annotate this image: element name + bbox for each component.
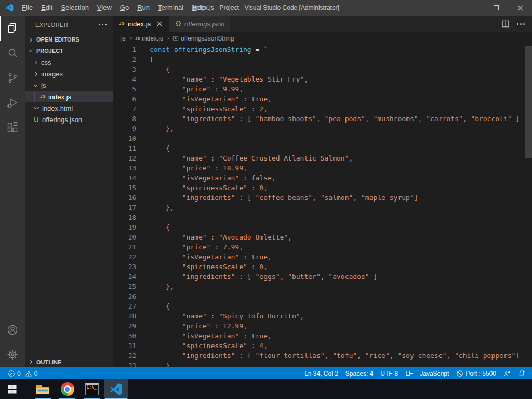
cursor-position[interactable]: Ln 34, Col 2	[301, 370, 342, 377]
menu-run[interactable]: Run	[133, 0, 154, 16]
line-number: 9	[113, 124, 136, 134]
code-line-29[interactable]: 29 "price" : 12.99,	[113, 321, 532, 331]
code-token: `	[263, 46, 268, 54]
code-line-33[interactable]: 33 }	[113, 361, 532, 367]
code-line-7[interactable]: 7 "spicinessScale" : 2,	[113, 104, 532, 114]
code-line-8[interactable]: 8 "ingredients" : [ "bamboo shoots", "pe…	[113, 114, 532, 124]
breadcrumb-label: js	[121, 35, 126, 42]
menu-go[interactable]: Go	[116, 0, 133, 16]
code-token: "ingredients" : [ "eggs", "butter", "avo…	[150, 273, 377, 281]
menu-terminal[interactable]: Terminal	[154, 0, 188, 16]
code-line-17[interactable]: 17 },	[113, 203, 532, 212]
breadcrumb-item-js[interactable]: js	[121, 35, 126, 42]
live-server-port[interactable]: Port : 5500	[453, 370, 500, 377]
settings-gear-icon[interactable]	[0, 342, 25, 367]
line-number: 10	[113, 134, 136, 143]
line-number: 23	[113, 262, 136, 272]
code-line-16[interactable]: 16 "ingredients" : [ "coffee beans", "sa…	[113, 193, 532, 203]
line-content: }	[150, 361, 170, 367]
language-mode[interactable]: JavaScript	[416, 370, 453, 377]
code-line-15[interactable]: 15 "spicinessScale" : 0,	[113, 183, 532, 193]
tree-item-index-html[interactable]: <>index.html	[25, 102, 113, 114]
code-line-4[interactable]: 4 "name" : "Vegetables Stir Fry",	[113, 74, 532, 84]
notifications-bell-icon[interactable]	[514, 370, 529, 377]
code-line-14[interactable]: 14 "isVegetarian" : false,	[113, 173, 532, 183]
open-editors-section[interactable]: OPEN EDITORS	[25, 34, 113, 45]
extensions-icon[interactable]	[0, 115, 25, 140]
breadcrumb-item-offeringsJsonString[interactable]: offeringsJsonString	[172, 35, 234, 42]
encoding-indicator[interactable]: UTF-8	[377, 370, 402, 377]
start-button[interactable]	[0, 379, 24, 399]
code-line-19[interactable]: 19 {	[113, 222, 532, 232]
tree-item-js[interactable]: js	[25, 79, 113, 91]
search-icon[interactable]	[0, 41, 25, 65]
menu-file[interactable]: File	[18, 0, 37, 16]
code-line-1[interactable]: 1const offeringsJsonString = `	[113, 45, 532, 55]
code-line-27[interactable]: 27 {	[113, 301, 532, 311]
code-line-2[interactable]: 2[	[113, 55, 532, 64]
vscode-taskbar-icon[interactable]	[104, 379, 128, 399]
code-line-12[interactable]: 12 "name" : "Coffee Crusted Atlantic Sal…	[113, 153, 532, 163]
code-area: 1const offeringsJsonString = `2[3 {4 "na…	[113, 45, 532, 367]
project-tree: cssimagesjsJSindex.js<>index.html{}offer…	[25, 57, 113, 125]
code-line-22[interactable]: 22 "isVegetarian" : true,	[113, 252, 532, 262]
minimize-button[interactable]	[460, 0, 484, 16]
js-file-icon: JS	[38, 94, 47, 99]
file-explorer-taskbar-icon[interactable]	[31, 379, 55, 399]
project-section[interactable]: PROJECT	[25, 45, 113, 57]
tab-index-js[interactable]: JSindex.js	[113, 16, 169, 32]
tree-item-index-js[interactable]: JSindex.js	[25, 91, 113, 102]
code-line-18[interactable]: 18	[113, 212, 532, 222]
tree-item-css[interactable]: css	[25, 57, 113, 68]
code-line-28[interactable]: 28 "name" : "Spicy Tofu Burrito",	[113, 311, 532, 321]
code-line-30[interactable]: 30 "isVegetarian" : true,	[113, 331, 532, 341]
menu-view[interactable]: View	[93, 0, 116, 16]
tree-item-images[interactable]: images	[25, 68, 113, 79]
editor-more-actions-icon[interactable]	[517, 23, 525, 25]
outline-section[interactable]: OUTLINE	[25, 356, 113, 367]
close-tab-icon[interactable]	[155, 20, 164, 28]
line-number: 28	[113, 311, 136, 321]
editor-scrollbar[interactable]	[525, 46, 532, 158]
code-line-31[interactable]: 31 "spicinessScale" : 4,	[113, 341, 532, 351]
code-line-13[interactable]: 13 "price" : 18.99,	[113, 163, 532, 173]
close-button[interactable]	[508, 0, 532, 16]
code-line-21[interactable]: 21 "price" : 7.99,	[113, 242, 532, 252]
menu-selection[interactable]: Selection	[57, 0, 92, 16]
line-number: 2	[113, 55, 136, 64]
code-line-25[interactable]: 25 },	[113, 282, 532, 291]
screencast-icon[interactable]	[500, 370, 514, 377]
source-control-icon[interactable]	[0, 65, 25, 90]
tree-item-offerings-json[interactable]: {}offerings.json	[25, 114, 113, 125]
code-line-24[interactable]: 24 "ingredients" : [ "eggs", "butter", "…	[113, 272, 532, 282]
menu-edit[interactable]: Edit	[37, 0, 57, 16]
breadcrumb-item-index-js[interactable]: JSindex.js	[135, 35, 163, 42]
code-line-32[interactable]: 32 "ingredients" : [ "flour tortillas", …	[113, 351, 532, 361]
code-line-26[interactable]: 26	[113, 291, 532, 301]
tab-offerings-json[interactable]: {}offerings.json	[169, 16, 230, 32]
line-number: 7	[113, 104, 136, 114]
chevron-right-icon	[129, 37, 132, 40]
indentation-indicator[interactable]: Spaces: 4	[342, 370, 377, 377]
line-content: },	[150, 124, 174, 134]
chrome-taskbar-icon[interactable]	[55, 379, 79, 399]
code-line-3[interactable]: 3 {	[113, 64, 532, 74]
command-prompt-taskbar-icon[interactable]: C:\_	[79, 379, 104, 399]
eol-indicator[interactable]: LF	[402, 370, 416, 377]
problems-indicator[interactable]: 0 0	[4, 370, 41, 377]
code-line-10[interactable]: 10	[113, 134, 532, 143]
code-line-11[interactable]: 11 {	[113, 143, 532, 153]
explorer-more-actions-icon[interactable]	[99, 24, 107, 25]
account-icon[interactable]	[0, 317, 25, 342]
code-line-6[interactable]: 6 "isVegetarian" : true,	[113, 94, 532, 104]
code-token: "name" : "Vegetables Stir Fry",	[150, 75, 308, 83]
maximize-button[interactable]	[484, 0, 508, 16]
code-line-23[interactable]: 23 "spicinessScale" : 0,	[113, 262, 532, 272]
explorer-icon[interactable]	[0, 16, 25, 41]
code-line-5[interactable]: 5 "price" : 9.99,	[113, 84, 532, 94]
run-debug-icon[interactable]	[0, 90, 25, 115]
code-line-20[interactable]: 20 "name" : "Avocado Omlette",	[113, 232, 532, 242]
code-line-9[interactable]: 9 },	[113, 124, 532, 134]
tab-label: index.js	[128, 20, 151, 28]
split-editor-icon[interactable]	[501, 20, 510, 28]
